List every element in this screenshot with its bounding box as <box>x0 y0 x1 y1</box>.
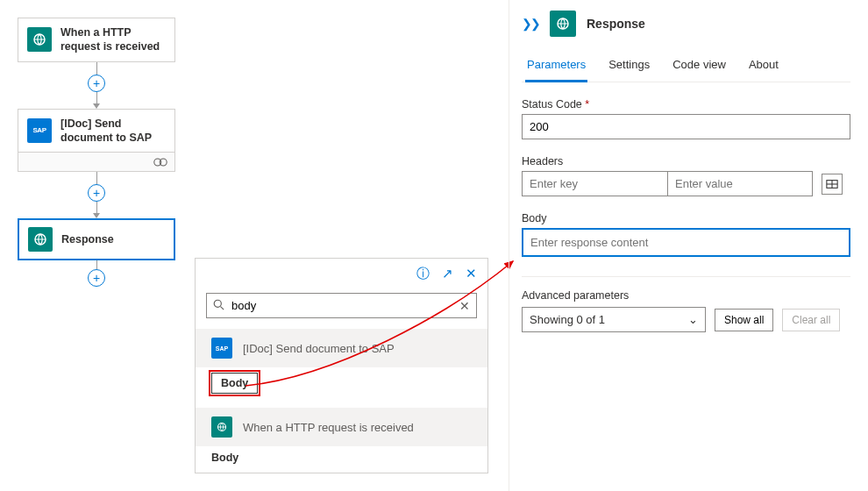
headers-label: Headers <box>522 155 850 167</box>
body-field: Body <box>522 212 850 257</box>
body-token-trigger[interactable]: Body <box>196 446 487 464</box>
popup-section-idoc-label: [IDoc] Send document to SAP <box>243 342 395 355</box>
popup-section-idoc[interactable]: SAP [IDoc] Send document to SAP <box>196 329 487 367</box>
add-step-button[interactable]: + <box>88 75 105 92</box>
header-value-input[interactable] <box>667 171 813 196</box>
response-icon <box>550 11 576 37</box>
svg-point-4 <box>214 300 221 307</box>
connector: + <box>18 172 175 218</box>
panel-header: ❯❯ Response <box>522 11 850 37</box>
info-icon[interactable]: ⓘ <box>416 266 430 282</box>
http-icon <box>27 27 52 52</box>
response-node-label: Response <box>61 232 114 246</box>
close-icon[interactable]: ✕ <box>466 266 477 282</box>
sap-icon: SAP <box>27 118 52 143</box>
status-code-input[interactable] <box>522 114 850 139</box>
add-step-button[interactable]: + <box>88 184 105 202</box>
tab-code-view[interactable]: Code view <box>671 51 728 82</box>
popup-section-trigger-label: When a HTTP request is received <box>243 421 414 434</box>
response-icon <box>28 227 53 252</box>
connector: + <box>18 62 175 109</box>
headers-field: Headers <box>522 155 850 196</box>
idoc-node[interactable]: SAP [IDoc] Send document to SAP <box>18 109 175 153</box>
advanced-parameters-select[interactable]: Showing 0 of 1 ⌄ <box>522 307 706 332</box>
clear-all-button: Clear all <box>782 309 840 331</box>
collapse-panel-icon[interactable]: ❯❯ <box>522 17 539 31</box>
search-icon <box>213 299 224 313</box>
expand-icon[interactable]: ↗ <box>442 266 453 282</box>
connector: + <box>18 260 175 287</box>
chevron-down-icon: ⌄ <box>688 313 698 326</box>
tab-about[interactable]: About <box>747 51 780 82</box>
workflow-canvas: When a HTTP request is received + SAP [I… <box>18 18 193 287</box>
divider <box>522 276 850 277</box>
popup-toolbar: ⓘ ↗ ✕ <box>196 259 487 289</box>
properties-panel: ❯❯ Response Parameters Settings Code vie… <box>509 0 868 491</box>
header-key-input[interactable] <box>522 171 667 196</box>
search-wrap: ✕ <box>206 293 477 318</box>
status-code-field: Status Code * <box>522 98 850 139</box>
trigger-node-label: When a HTTP request is received <box>60 25 166 54</box>
response-node[interactable]: Response <box>18 218 175 260</box>
connection-icon <box>153 158 167 167</box>
trigger-node[interactable]: When a HTTP request is received <box>18 18 175 62</box>
add-step-button[interactable]: + <box>88 269 105 287</box>
search-input[interactable] <box>206 293 477 318</box>
advanced-parameters-row: Showing 0 of 1 ⌄ Show all Clear all <box>522 307 850 332</box>
popup-section-trigger[interactable]: When a HTTP request is received <box>196 408 487 446</box>
body-token-idoc[interactable]: Body <box>211 373 258 394</box>
status-code-label: Status Code * <box>522 98 850 110</box>
tab-settings[interactable]: Settings <box>607 51 651 82</box>
show-all-button[interactable]: Show all <box>715 309 773 331</box>
dynamic-content-popup: ⓘ ↗ ✕ ✕ SAP [IDoc] Send document to SAP … <box>195 258 488 473</box>
headers-table-mode-button[interactable] <box>822 174 843 195</box>
clear-search-icon[interactable]: ✕ <box>459 299 470 313</box>
sap-icon: SAP <box>211 338 232 359</box>
body-input[interactable] <box>522 228 850 257</box>
tab-parameters[interactable]: Parameters <box>525 51 587 82</box>
tabs: Parameters Settings Code view About <box>522 51 850 82</box>
idoc-node-label: [IDoc] Send document to SAP <box>60 117 166 146</box>
http-icon <box>211 416 232 438</box>
body-label: Body <box>522 212 850 224</box>
svg-line-5 <box>221 306 224 310</box>
advanced-parameters-select-text: Showing 0 of 1 <box>530 313 605 326</box>
idoc-node-footer <box>18 153 175 172</box>
panel-title: Response <box>587 17 645 31</box>
advanced-parameters-label: Advanced parameters <box>522 289 850 302</box>
